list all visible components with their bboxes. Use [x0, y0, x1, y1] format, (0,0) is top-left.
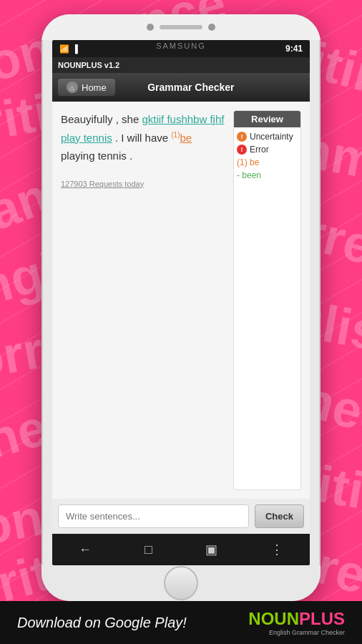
phone-screen: 📶 ▐ 9:41 NOUNPLUS v1.2 ⌂ Home Grammar Ch…	[52, 40, 310, 565]
home-label: Home	[82, 82, 107, 93]
banner-download-text: Download on Google Play!	[17, 615, 187, 631]
nav-bar: ⌂ Home Grammar Checker	[52, 73, 310, 102]
error-label: Error	[250, 145, 269, 155]
home-button[interactable]: ⌂ Home	[58, 79, 115, 96]
review-header: Review	[234, 111, 300, 127]
text-be-underline[interactable]: be	[180, 132, 192, 144]
wifi-icon: 📶	[59, 44, 69, 54]
menu-button[interactable]: ⋮	[259, 536, 295, 563]
bottom-nav: ← □ ▣ ⋮	[52, 534, 310, 565]
home-icon: ⌂	[67, 82, 78, 93]
text-beauyifully: Beauyifully , she	[61, 113, 142, 125]
signal-icon: ▐	[72, 44, 78, 53]
main-content: Beauyifully , she gktiif fushhbw fjhf pl…	[52, 102, 310, 499]
badge-inline: (1)	[171, 131, 180, 139]
text-area-content: Beauyifully , she gktiif fushhbw fjhf pl…	[61, 110, 228, 490]
app-title-text: NOUNPLUS v1.2	[58, 61, 119, 69]
phone-bottom	[41, 565, 321, 601]
review-item-error[interactable]: ! Error	[237, 145, 298, 155]
bottom-banner: Download on Google Play! NOUNPLUS Englis…	[0, 601, 362, 644]
logo-plus: PLUS	[299, 609, 345, 628]
earpiece-speaker	[160, 25, 202, 29]
phone-top-decoration	[41, 14, 321, 40]
requests-text: 127903 Requests today	[61, 180, 228, 188]
logo-subtitle: English Grammar Checker	[269, 629, 345, 636]
review-item-be[interactable]: (1) be	[237, 157, 298, 167]
logo-noun: NOUN	[248, 609, 299, 628]
recent-apps-button[interactable]: ▣	[194, 536, 229, 563]
status-time: 9:41	[285, 44, 303, 54]
text-period-i: . I will have	[112, 132, 172, 144]
physical-home-button[interactable]	[164, 566, 198, 600]
warning-badge-icon: !	[237, 132, 247, 142]
review-items: ! Uncertainty ! Error (1) be - been	[234, 127, 300, 185]
app-title-bar: NOUNPLUS v1.2	[52, 57, 310, 73]
nav-title: Grammar Checker	[115, 82, 267, 93]
sensor	[208, 24, 215, 31]
status-left-icons: 📶 ▐	[59, 44, 78, 54]
home-nav-button[interactable]: □	[133, 537, 164, 563]
been-label: - been	[237, 170, 261, 180]
text-playing-tennis: playing tennis .	[61, 150, 132, 162]
sentence-input[interactable]	[58, 504, 249, 528]
input-area: Check	[52, 499, 310, 534]
be-label: (1) be	[237, 157, 259, 167]
phone-frame: SAMSUNG 📶 ▐ 9:41 NOUNPLUS v1.2 ⌂ Home Gr…	[41, 14, 321, 601]
uncertainty-label: Uncertainty	[250, 132, 293, 142]
review-item-been[interactable]: - been	[237, 170, 298, 180]
grammar-text: Beauyifully , she gktiif fushhbw fjhf pl…	[61, 110, 228, 165]
nounplus-logo: NOUNPLUS English Grammar Checker	[248, 609, 345, 636]
brand-label: SAMSUNG	[156, 42, 206, 50]
logo-wordmark: NOUNPLUS	[248, 609, 345, 629]
back-button[interactable]: ←	[67, 537, 103, 563]
review-item-uncertainty[interactable]: ! Uncertainty	[237, 132, 298, 142]
check-button[interactable]: Check	[255, 504, 304, 528]
error-badge-icon: !	[237, 145, 247, 155]
front-camera	[147, 24, 154, 31]
review-panel: Review ! Uncertainty ! Error (1) be - be…	[233, 110, 301, 490]
